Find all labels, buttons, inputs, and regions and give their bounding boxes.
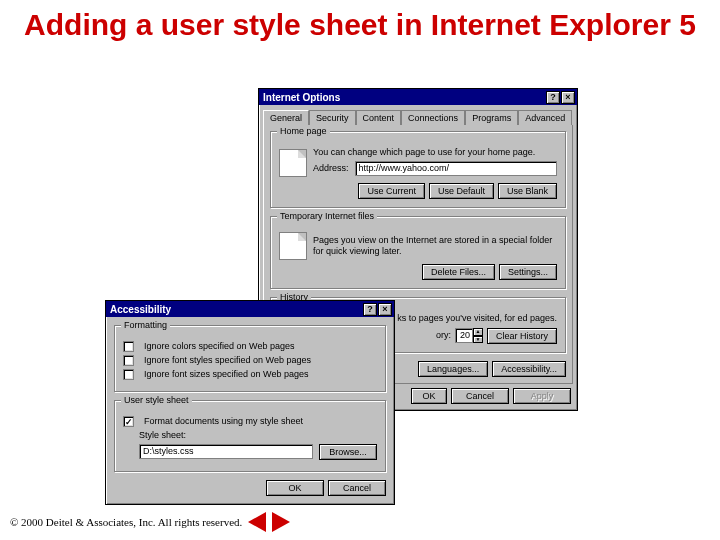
ignore-font-styles-label: Ignore font styles specified on Web page… (144, 355, 311, 366)
style-sheet-input[interactable]: D:\styles.css (139, 444, 313, 459)
days-label: ory: (436, 330, 451, 341)
format-using-label: Format documents using my style sheet (144, 416, 303, 427)
format-using-checkbox[interactable]: ✓ (123, 416, 134, 427)
prev-slide-icon[interactable] (248, 512, 266, 532)
acc-title: Accessibility (108, 304, 362, 315)
ignore-colors-checkbox[interactable] (123, 341, 134, 352)
temp-icon (279, 232, 307, 260)
io-cancel-button[interactable]: Cancel (451, 388, 509, 404)
use-default-button[interactable]: Use Default (429, 183, 494, 199)
acc-ok-button[interactable]: OK (266, 480, 324, 496)
tab-security[interactable]: Security (309, 110, 356, 125)
spinner-up-icon[interactable]: ▲ (473, 328, 483, 336)
close-button[interactable]: × (561, 91, 575, 104)
copyright-text: © 2000 Deitel & Associates, Inc. All rig… (10, 516, 242, 528)
help-button[interactable]: ? (546, 91, 560, 104)
use-blank-button[interactable]: Use Blank (498, 183, 557, 199)
home-page-legend: Home page (277, 126, 330, 136)
tab-programs[interactable]: Programs (465, 110, 518, 125)
formatting-legend: Formatting (121, 320, 170, 330)
temp-legend: Temporary Internet files (277, 211, 377, 221)
home-desc: You can change which page to use for you… (313, 147, 557, 158)
acc-help-button[interactable]: ? (363, 303, 377, 316)
tab-content[interactable]: Content (356, 110, 402, 125)
io-title: Internet Options (261, 92, 545, 103)
delete-files-button[interactable]: Delete Files... (422, 264, 495, 280)
ignore-font-sizes-checkbox[interactable] (123, 369, 134, 380)
temp-settings-button[interactable]: Settings... (499, 264, 557, 280)
days-spinner[interactable]: 20 ▲▼ (455, 328, 483, 343)
temp-files-group: Temporary Internet files Pages you view … (270, 216, 566, 289)
io-tabs: General Security Content Connections Pro… (259, 105, 577, 124)
io-ok-button[interactable]: OK (411, 388, 447, 404)
temp-desc: Pages you view on the Internet are store… (313, 235, 557, 257)
slide-title: Adding a user style sheet in Internet Ex… (0, 8, 720, 43)
style-sheet-label: Style sheet: (139, 430, 377, 441)
days-value[interactable]: 20 (455, 328, 473, 343)
home-icon (279, 149, 307, 177)
address-label: Address: (313, 163, 349, 174)
home-page-group: Home page You can change which page to u… (270, 131, 566, 208)
formatting-group: Formatting Ignore colors specified on We… (114, 325, 386, 392)
ignore-colors-label: Ignore colors specified on Web pages (144, 341, 294, 352)
use-current-button[interactable]: Use Current (358, 183, 425, 199)
next-slide-icon[interactable] (272, 512, 290, 532)
io-apply-button[interactable]: Apply (513, 388, 571, 404)
tab-advanced[interactable]: Advanced (518, 110, 572, 125)
ignore-font-sizes-label: Ignore font sizes specified on Web pages (144, 369, 308, 380)
clear-history-button[interactable]: Clear History (487, 328, 557, 344)
accessibility-button[interactable]: Accessibility... (492, 361, 566, 377)
browse-button[interactable]: Browse... (319, 444, 377, 460)
acc-close-button[interactable]: × (378, 303, 392, 316)
languages-button[interactable]: Languages... (418, 361, 488, 377)
address-input[interactable]: http://www.yahoo.com/ (355, 161, 557, 176)
slide-footer: © 2000 Deitel & Associates, Inc. All rig… (10, 512, 290, 532)
user-style-sheet-group: User style sheet ✓ Format documents usin… (114, 400, 386, 472)
tab-general[interactable]: General (263, 110, 309, 125)
acc-cancel-button[interactable]: Cancel (328, 480, 386, 496)
accessibility-window: Accessibility ? × Formatting Ignore colo… (105, 300, 395, 505)
io-titlebar[interactable]: Internet Options ? × (259, 89, 577, 105)
uss-legend: User style sheet (121, 395, 192, 405)
ignore-font-styles-checkbox[interactable] (123, 355, 134, 366)
tab-connections[interactable]: Connections (401, 110, 465, 125)
acc-titlebar[interactable]: Accessibility ? × (106, 301, 394, 317)
spinner-down-icon[interactable]: ▼ (473, 336, 483, 344)
